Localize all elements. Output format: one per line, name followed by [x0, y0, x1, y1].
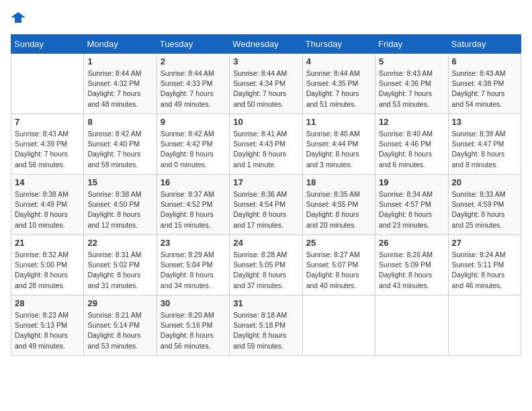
- day-info: Sunrise: 8:34 AMSunset: 4:57 PMDaylight:…: [379, 189, 444, 230]
- day-info: Sunrise: 8:43 AMSunset: 4:38 PMDaylight:…: [452, 68, 517, 109]
- calendar-cell: [302, 295, 375, 356]
- calendar-week-row: 28 Sunrise: 8:23 AMSunset: 5:13 PMDaylig…: [11, 295, 521, 356]
- day-number: 26: [379, 238, 444, 248]
- calendar-cell: 8 Sunrise: 8:42 AMSunset: 4:40 PMDayligh…: [84, 114, 157, 175]
- day-number: 29: [87, 298, 152, 308]
- calendar-cell: 20 Sunrise: 8:33 AMSunset: 4:59 PMDaylig…: [448, 175, 521, 235]
- page-header: [11, 11, 521, 29]
- day-number: 4: [306, 56, 371, 66]
- calendar-cell: 22 Sunrise: 8:31 AMSunset: 5:02 PMDaylig…: [84, 235, 157, 295]
- calendar-cell: 7 Sunrise: 8:43 AMSunset: 4:39 PMDayligh…: [11, 114, 84, 175]
- calendar-cell: [375, 295, 448, 356]
- calendar-week-row: 7 Sunrise: 8:43 AMSunset: 4:39 PMDayligh…: [11, 114, 521, 175]
- calendar-week-row: 21 Sunrise: 8:32 AMSunset: 5:00 PMDaylig…: [11, 235, 521, 295]
- day-info: Sunrise: 8:21 AMSunset: 5:14 PMDaylight:…: [87, 310, 152, 351]
- column-header-tuesday: Tuesday: [157, 35, 229, 54]
- svg-marker-0: [11, 12, 26, 23]
- day-info: Sunrise: 8:38 AMSunset: 4:50 PMDaylight:…: [87, 189, 152, 230]
- calendar-cell: 23 Sunrise: 8:29 AMSunset: 5:04 PMDaylig…: [157, 235, 229, 295]
- day-info: Sunrise: 8:44 AMSunset: 4:34 PMDaylight:…: [233, 68, 298, 109]
- calendar-cell: 25 Sunrise: 8:27 AMSunset: 5:07 PMDaylig…: [302, 235, 375, 295]
- calendar-cell: 17 Sunrise: 8:36 AMSunset: 4:54 PMDaylig…: [230, 175, 302, 235]
- day-number: 17: [233, 177, 298, 187]
- day-info: Sunrise: 8:23 AMSunset: 5:13 PMDaylight:…: [15, 310, 80, 351]
- day-number: 1: [87, 56, 152, 66]
- day-number: 15: [87, 177, 152, 187]
- calendar-cell: 11 Sunrise: 8:40 AMSunset: 4:44 PMDaylig…: [302, 114, 375, 175]
- day-number: 24: [233, 238, 298, 248]
- column-header-thursday: Thursday: [302, 35, 375, 54]
- calendar-cell: 3 Sunrise: 8:44 AMSunset: 4:34 PMDayligh…: [230, 54, 302, 114]
- column-header-friday: Friday: [375, 35, 448, 54]
- calendar-cell: 21 Sunrise: 8:32 AMSunset: 5:00 PMDaylig…: [11, 235, 84, 295]
- calendar-cell: 2 Sunrise: 8:44 AMSunset: 4:33 PMDayligh…: [157, 54, 229, 114]
- day-number: 19: [379, 177, 444, 187]
- calendar-cell: 19 Sunrise: 8:34 AMSunset: 4:57 PMDaylig…: [375, 175, 448, 235]
- day-number: 13: [452, 117, 517, 127]
- day-info: Sunrise: 8:40 AMSunset: 4:44 PMDaylight:…: [306, 129, 371, 170]
- calendar-cell: 26 Sunrise: 8:26 AMSunset: 5:09 PMDaylig…: [375, 235, 448, 295]
- day-info: Sunrise: 8:20 AMSunset: 5:16 PMDaylight:…: [161, 310, 226, 351]
- calendar-cell: 9 Sunrise: 8:42 AMSunset: 4:42 PMDayligh…: [157, 114, 229, 175]
- day-info: Sunrise: 8:44 AMSunset: 4:32 PMDaylight:…: [87, 68, 152, 109]
- calendar-cell: 27 Sunrise: 8:24 AMSunset: 5:11 PMDaylig…: [448, 235, 521, 295]
- day-number: 2: [161, 56, 226, 66]
- day-info: Sunrise: 8:44 AMSunset: 4:35 PMDaylight:…: [306, 68, 371, 109]
- day-info: Sunrise: 8:32 AMSunset: 5:00 PMDaylight:…: [15, 250, 80, 291]
- day-info: Sunrise: 8:39 AMSunset: 4:47 PMDaylight:…: [452, 129, 517, 170]
- calendar-cell: 4 Sunrise: 8:44 AMSunset: 4:35 PMDayligh…: [302, 54, 375, 114]
- day-number: 5: [379, 56, 444, 66]
- day-number: 27: [452, 238, 517, 248]
- calendar-cell: 29 Sunrise: 8:21 AMSunset: 5:14 PMDaylig…: [84, 295, 157, 356]
- day-info: Sunrise: 8:26 AMSunset: 5:09 PMDaylight:…: [379, 250, 444, 291]
- day-number: 20: [452, 177, 517, 187]
- calendar-header-row: SundayMondayTuesdayWednesdayThursdayFrid…: [11, 35, 521, 54]
- day-number: 21: [15, 238, 80, 248]
- day-info: Sunrise: 8:33 AMSunset: 4:59 PMDaylight:…: [452, 189, 517, 230]
- day-info: Sunrise: 8:38 AMSunset: 4:49 PMDaylight:…: [15, 189, 80, 230]
- day-info: Sunrise: 8:44 AMSunset: 4:33 PMDaylight:…: [161, 68, 226, 109]
- calendar-cell: 13 Sunrise: 8:39 AMSunset: 4:47 PMDaylig…: [448, 114, 521, 175]
- day-number: 30: [161, 298, 226, 308]
- calendar-cell: 12 Sunrise: 8:40 AMSunset: 4:46 PMDaylig…: [375, 114, 448, 175]
- day-info: Sunrise: 8:37 AMSunset: 4:52 PMDaylight:…: [161, 189, 226, 230]
- day-info: Sunrise: 8:29 AMSunset: 5:04 PMDaylight:…: [161, 250, 226, 291]
- column-header-saturday: Saturday: [448, 35, 521, 54]
- column-header-monday: Monday: [84, 35, 157, 54]
- day-info: Sunrise: 8:35 AMSunset: 4:55 PMDaylight:…: [306, 189, 371, 230]
- calendar-cell: [448, 295, 521, 356]
- calendar-cell: 18 Sunrise: 8:35 AMSunset: 4:55 PMDaylig…: [302, 175, 375, 235]
- day-number: 12: [379, 117, 444, 127]
- day-info: Sunrise: 8:42 AMSunset: 4:42 PMDaylight:…: [161, 129, 226, 170]
- day-number: 22: [87, 238, 152, 248]
- day-number: 18: [306, 177, 371, 187]
- day-number: 23: [161, 238, 226, 248]
- day-info: Sunrise: 8:24 AMSunset: 5:11 PMDaylight:…: [452, 250, 517, 291]
- day-number: 6: [452, 56, 517, 66]
- day-info: Sunrise: 8:31 AMSunset: 5:02 PMDaylight:…: [87, 250, 152, 291]
- day-info: Sunrise: 8:42 AMSunset: 4:40 PMDaylight:…: [87, 129, 152, 170]
- day-info: Sunrise: 8:28 AMSunset: 5:05 PMDaylight:…: [233, 250, 298, 291]
- calendar-table: SundayMondayTuesdayWednesdayThursdayFrid…: [11, 34, 521, 356]
- calendar-cell: 24 Sunrise: 8:28 AMSunset: 5:05 PMDaylig…: [230, 235, 302, 295]
- calendar-cell: 5 Sunrise: 8:43 AMSunset: 4:36 PMDayligh…: [375, 54, 448, 114]
- day-number: 11: [306, 117, 371, 127]
- day-info: Sunrise: 8:40 AMSunset: 4:46 PMDaylight:…: [379, 129, 444, 170]
- logo-bird-icon: [11, 11, 26, 26]
- day-info: Sunrise: 8:36 AMSunset: 4:54 PMDaylight:…: [233, 189, 298, 230]
- calendar-cell: 1 Sunrise: 8:44 AMSunset: 4:32 PMDayligh…: [84, 54, 157, 114]
- calendar-cell: 30 Sunrise: 8:20 AMSunset: 5:16 PMDaylig…: [157, 295, 229, 356]
- calendar-cell: 10 Sunrise: 8:41 AMSunset: 4:43 PMDaylig…: [230, 114, 302, 175]
- day-number: 3: [233, 56, 298, 66]
- day-info: Sunrise: 8:41 AMSunset: 4:43 PMDaylight:…: [233, 129, 298, 170]
- calendar-cell: 15 Sunrise: 8:38 AMSunset: 4:50 PMDaylig…: [84, 175, 157, 235]
- day-number: 16: [161, 177, 226, 187]
- calendar-cell: 6 Sunrise: 8:43 AMSunset: 4:38 PMDayligh…: [448, 54, 521, 114]
- calendar-cell: 16 Sunrise: 8:37 AMSunset: 4:52 PMDaylig…: [157, 175, 229, 235]
- day-number: 10: [233, 117, 298, 127]
- day-number: 25: [306, 238, 371, 248]
- calendar-cell: [11, 54, 84, 114]
- column-header-wednesday: Wednesday: [230, 35, 302, 54]
- day-info: Sunrise: 8:43 AMSunset: 4:39 PMDaylight:…: [15, 129, 80, 170]
- day-number: 8: [87, 117, 152, 127]
